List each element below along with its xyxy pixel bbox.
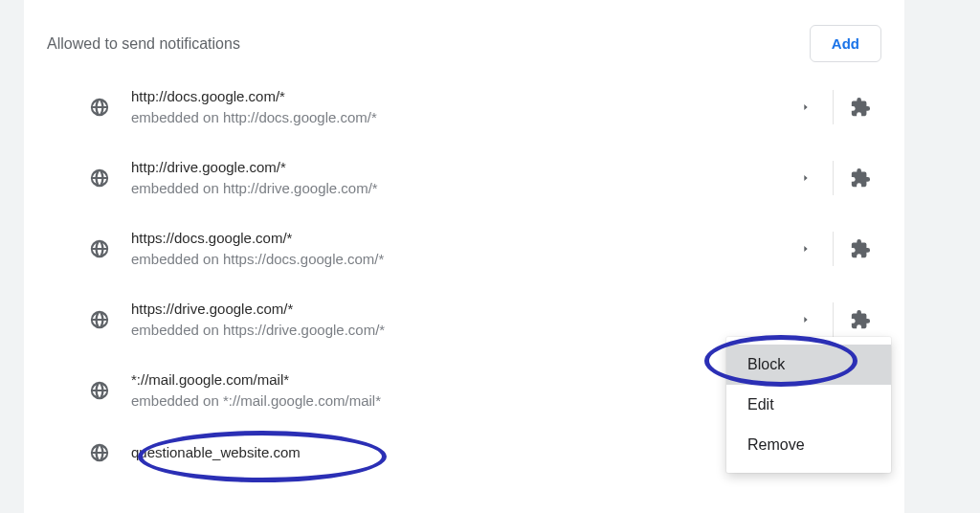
globe-icon: [89, 238, 131, 259]
section-title: Allowed to send notifications: [47, 35, 240, 53]
site-row: https://docs.google.com/* embedded on ht…: [47, 213, 881, 284]
site-text: http://drive.google.com/* embedded on ht…: [131, 157, 785, 199]
site-row: http://drive.google.com/* embedded on ht…: [47, 143, 881, 213]
extension-icon[interactable]: [839, 157, 881, 199]
menu-item-block[interactable]: Block: [726, 345, 891, 385]
details-chevron-icon[interactable]: [785, 157, 827, 199]
menu-item-edit[interactable]: Edit: [726, 385, 891, 425]
row-actions: [785, 72, 881, 143]
extension-icon[interactable]: [839, 299, 881, 341]
add-button[interactable]: Add: [810, 25, 881, 62]
globe-icon: [89, 97, 131, 118]
details-chevron-icon[interactable]: [785, 228, 827, 270]
globe-icon: [89, 380, 131, 401]
globe-icon: [89, 309, 131, 330]
site-embed: embedded on https://docs.google.com/*: [131, 249, 785, 270]
section-header: Allowed to send notifications Add: [47, 0, 881, 72]
site-text: https://docs.google.com/* embedded on ht…: [131, 228, 785, 270]
site-text: http://docs.google.com/* embedded on htt…: [131, 86, 785, 128]
row-actions: [785, 143, 881, 213]
globe-icon: [89, 442, 131, 463]
site-url: http://docs.google.com/*: [131, 86, 785, 107]
extension-icon[interactable]: [839, 86, 881, 128]
menu-item-remove[interactable]: Remove: [726, 425, 891, 465]
site-embed: embedded on http://drive.google.com/*: [131, 178, 785, 199]
row-actions: [785, 213, 881, 284]
site-embed: embedded on http://docs.google.com/*: [131, 107, 785, 128]
site-embed: embedded on https://drive.google.com/*: [131, 320, 785, 341]
site-text: https://drive.google.com/* embedded on h…: [131, 299, 785, 341]
site-url: https://drive.google.com/*: [131, 299, 785, 320]
extension-icon[interactable]: [839, 228, 881, 270]
details-chevron-icon[interactable]: [785, 86, 827, 128]
globe-icon: [89, 167, 131, 189]
separator: [833, 302, 834, 337]
site-url: http://drive.google.com/*: [131, 157, 785, 178]
site-url: https://docs.google.com/*: [131, 228, 785, 249]
separator: [833, 161, 834, 195]
separator: [833, 232, 834, 266]
separator: [833, 90, 834, 124]
details-chevron-icon[interactable]: [785, 299, 827, 341]
site-row: http://docs.google.com/* embedded on htt…: [47, 72, 881, 143]
context-menu: Block Edit Remove: [726, 337, 891, 473]
settings-panel: Allowed to send notifications Add http:/…: [24, 0, 904, 513]
